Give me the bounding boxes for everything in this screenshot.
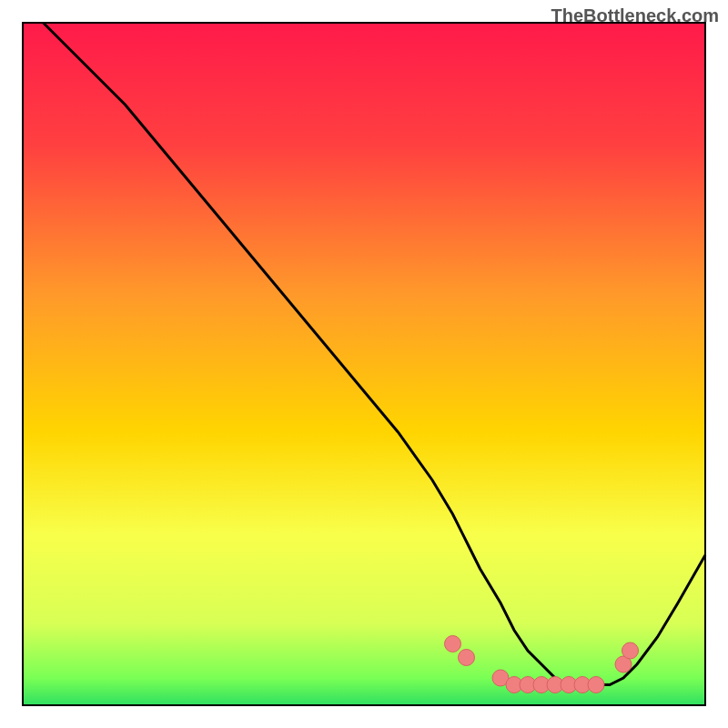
chart-svg <box>0 0 728 728</box>
watermark-text: TheBottleneck.com <box>551 5 719 26</box>
curve-marker <box>622 642 639 659</box>
curve-marker <box>445 636 461 652</box>
bottleneck-chart: TheBottleneck.com <box>0 0 728 728</box>
plot-background <box>23 23 705 705</box>
curve-marker <box>459 650 475 666</box>
curve-marker <box>588 677 604 693</box>
